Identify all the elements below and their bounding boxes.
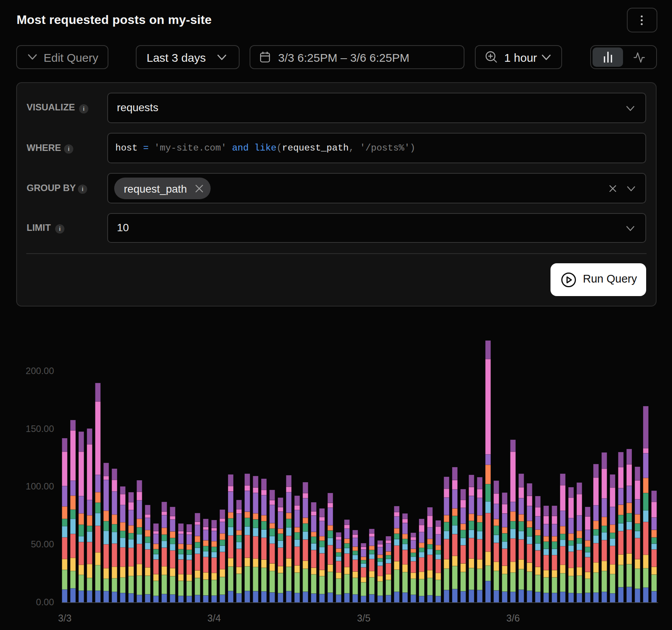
- svg-text:150.00: 150.00: [26, 423, 54, 434]
- svg-text:3/3: 3/3: [58, 613, 72, 623]
- svg-text:3/4: 3/4: [208, 613, 221, 623]
- svg-text:50.00: 50.00: [31, 539, 54, 549]
- svg-text:3/5: 3/5: [357, 613, 371, 623]
- svg-text:100.00: 100.00: [26, 481, 54, 491]
- svg-text:0.00: 0.00: [36, 597, 54, 607]
- svg-text:200.00: 200.00: [26, 366, 54, 376]
- svg-text:3/6: 3/6: [507, 613, 520, 623]
